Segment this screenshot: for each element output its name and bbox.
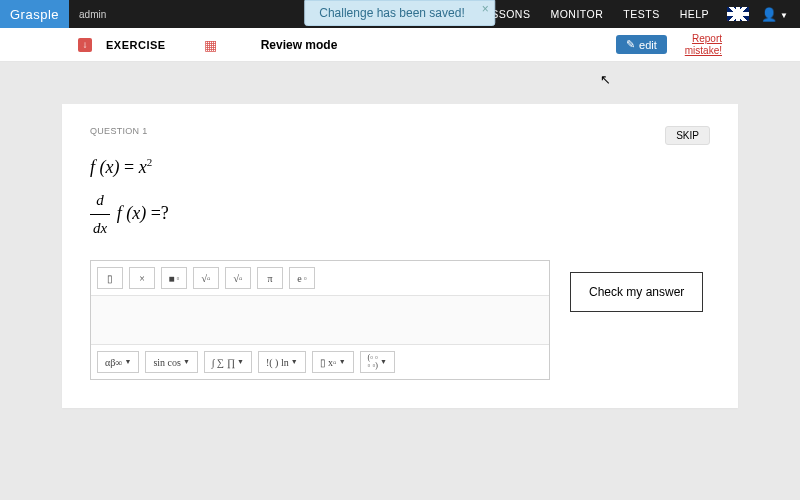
brand-logo[interactable]: Grasple bbox=[0, 0, 69, 28]
tool-e[interactable]: e▫ bbox=[289, 267, 315, 289]
check-answer-button[interactable]: Check my answer bbox=[570, 272, 703, 312]
exercise-icon: ↓ bbox=[78, 38, 92, 52]
edit-button-label: edit bbox=[639, 39, 657, 51]
math-line-1: f (x) = x2 bbox=[90, 151, 710, 183]
user-menu[interactable]: 👤▼ bbox=[757, 7, 800, 22]
tool-sets[interactable]: ▯ x▫▼ bbox=[312, 351, 354, 373]
tool-calculus[interactable]: ∫ ∑ ∏▼ bbox=[204, 351, 252, 373]
tool-nroot[interactable]: √▫ bbox=[225, 267, 251, 289]
tool-pi[interactable]: π bbox=[257, 267, 283, 289]
sub-nav: ↓ EXERCISE ▦ Review mode ✎ edit Report m… bbox=[0, 28, 800, 62]
grid-icon[interactable]: ▦ bbox=[204, 37, 217, 53]
tool-greek[interactable]: αβ∞▼ bbox=[97, 351, 139, 373]
nav-tests[interactable]: TESTS bbox=[613, 8, 669, 20]
question-math: f (x) = x2 d dx f (x) =? bbox=[90, 151, 710, 242]
nav-help[interactable]: HELP bbox=[670, 8, 719, 20]
report-mistake-link[interactable]: Report mistake! bbox=[685, 33, 722, 57]
question-index-label: QUESTION 1 bbox=[90, 126, 148, 136]
exercise-label: EXERCISE bbox=[106, 39, 166, 51]
toolbar-bottom: αβ∞▼ sin cos▼ ∫ ∑ ∏▼ !( ) ln▼ ▯ x▫▼ (▫ ▫… bbox=[91, 344, 549, 379]
tool-sqrt[interactable]: √▫ bbox=[193, 267, 219, 289]
question-card: QUESTION 1 SKIP f (x) = x2 d dx f (x) =?… bbox=[62, 104, 738, 408]
tool-power[interactable]: ■▫ bbox=[161, 267, 187, 289]
review-mode-label: Review mode bbox=[261, 38, 338, 52]
toolbar-top: ▯ × ■▫ √▫ √▫ π e▫ bbox=[91, 261, 549, 296]
skip-button[interactable]: SKIP bbox=[665, 126, 710, 145]
nav-monitor[interactable]: MONITOR bbox=[540, 8, 613, 20]
language-flag-icon[interactable] bbox=[727, 7, 749, 21]
pencil-icon: ✎ bbox=[626, 38, 635, 51]
answer-input[interactable] bbox=[91, 296, 549, 344]
tool-log[interactable]: !( ) ln▼ bbox=[258, 351, 306, 373]
save-toast: Challenge has been saved! × bbox=[304, 0, 495, 26]
edit-button[interactable]: ✎ edit bbox=[616, 35, 667, 54]
mouse-cursor-icon: ↖ bbox=[600, 72, 611, 87]
toast-message: Challenge has been saved! bbox=[319, 6, 464, 20]
tool-times[interactable]: × bbox=[129, 267, 155, 289]
math-editor: ▯ × ■▫ √▫ √▫ π e▫ αβ∞▼ sin cos▼ ∫ ∑ ∏▼ !… bbox=[90, 260, 550, 380]
tool-trig[interactable]: sin cos▼ bbox=[145, 351, 197, 373]
toast-close-icon[interactable]: × bbox=[482, 2, 489, 16]
math-line-2: d dx f (x) =? bbox=[90, 187, 710, 242]
user-role-label: admin bbox=[79, 9, 106, 20]
tool-fraction[interactable]: ▯ bbox=[97, 267, 123, 289]
tool-matrix[interactable]: (▫ ▫▫ ▫)▼ bbox=[360, 351, 395, 373]
